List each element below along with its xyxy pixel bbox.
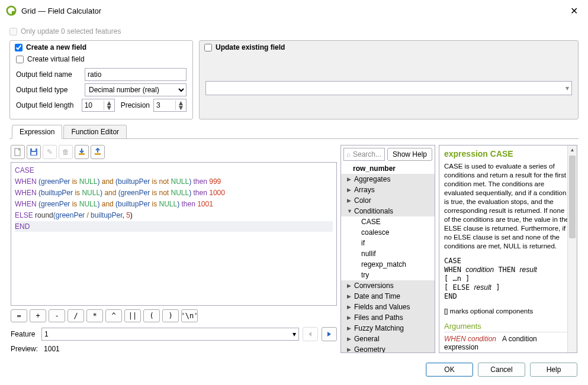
save-icon[interactable] bbox=[27, 145, 41, 159]
scrollbar[interactable]: ▲ bbox=[567, 145, 577, 352]
scroll-up-icon[interactable]: ▲ bbox=[568, 145, 577, 155]
field-type-label: Output field type bbox=[16, 86, 81, 94]
tree-cat-general[interactable]: ▶General bbox=[341, 334, 435, 344]
field-name-label: Output field name bbox=[16, 70, 81, 79]
window-title: Grid — Field Calculator bbox=[21, 7, 565, 15]
search-icon: ⌕ bbox=[346, 150, 351, 158]
preview-label: Preview: bbox=[11, 345, 38, 353]
only-update-label: Only update 0 selected features bbox=[21, 27, 121, 35]
feature-combo[interactable]: 1 ▾ bbox=[41, 328, 299, 341]
import-icon[interactable] bbox=[75, 145, 89, 159]
delete-icon: 🗑 bbox=[59, 145, 73, 159]
titlebar: Grid — Field Calculator ✕ bbox=[0, 0, 588, 21]
tree-cat-date-time[interactable]: ▶Date and Time bbox=[341, 291, 435, 302]
tree-cat-fields-values[interactable]: ▶Fields and Values bbox=[341, 302, 435, 312]
tree-item-coalesce[interactable]: coalesce bbox=[341, 227, 435, 238]
precision-value[interactable] bbox=[154, 101, 175, 109]
export-icon[interactable] bbox=[91, 145, 105, 159]
svg-rect-1 bbox=[12, 11, 15, 14]
help-button[interactable]: Help bbox=[530, 363, 577, 377]
svg-rect-6 bbox=[79, 153, 85, 155]
function-tree-panel: ⌕ Search... Show Help row_number ▶Aggreg… bbox=[340, 145, 435, 353]
only-update-checkbox bbox=[9, 28, 17, 35]
op-newline[interactable]: '\n' bbox=[181, 309, 198, 322]
help-optional-note: [] marks optional components bbox=[444, 307, 572, 316]
tree-cat-files-paths[interactable]: ▶Files and Paths bbox=[341, 312, 435, 323]
edit-icon: ✎ bbox=[43, 145, 57, 159]
tree-cat-geometry[interactable]: ▶Geometry bbox=[341, 344, 435, 352]
create-virtual-label: Create virtual field bbox=[27, 55, 85, 63]
help-panel: expression CASE CASE is used to evaluate… bbox=[439, 145, 577, 353]
tree-cat-aggregates[interactable]: ▶Aggregates bbox=[341, 174, 435, 185]
down-icon[interactable]: ▼ bbox=[176, 105, 186, 110]
svg-rect-5 bbox=[31, 152, 36, 155]
update-field-panel: Update existing field ▾ bbox=[199, 40, 579, 119]
field-length-spinner[interactable]: ▲▼ bbox=[82, 99, 115, 112]
tab-function-editor[interactable]: Function Editor bbox=[63, 125, 127, 139]
tree-row-row-number[interactable]: row_number bbox=[341, 163, 435, 174]
new-file-icon[interactable] bbox=[11, 145, 25, 159]
op-power[interactable]: ^ bbox=[105, 309, 122, 322]
operator-row: = + - / * ^ || ( ) '\n' bbox=[11, 309, 337, 322]
help-syntax: CASE WHEN condition THEN result [ …n ] [… bbox=[444, 257, 572, 301]
expression-toolbar: ✎ 🗑 bbox=[11, 145, 337, 159]
tree-cat-conditionals[interactable]: ▼Conditionals bbox=[341, 206, 435, 216]
tab-expression[interactable]: Expression bbox=[12, 125, 62, 139]
op-divide[interactable]: / bbox=[68, 309, 84, 322]
field-type-select[interactable]: Decimal number (real) bbox=[85, 83, 187, 96]
preview-value: 1001 bbox=[44, 345, 60, 353]
close-button[interactable]: ✕ bbox=[565, 5, 582, 17]
create-virtual-checkbox[interactable] bbox=[16, 56, 24, 63]
tree-item-case[interactable]: CASE bbox=[341, 216, 435, 227]
prev-feature-button bbox=[303, 327, 318, 341]
tree-cat-fuzzy[interactable]: ▶Fuzzy Matching bbox=[341, 323, 435, 334]
qgis-logo-icon bbox=[6, 5, 17, 16]
show-help-button[interactable]: Show Help bbox=[387, 148, 432, 161]
field-length-value[interactable] bbox=[82, 101, 104, 109]
update-field-select[interactable]: ▾ bbox=[205, 81, 572, 95]
preview-row: Preview: 1001 bbox=[11, 345, 337, 353]
chevron-down-icon: ▾ bbox=[293, 330, 296, 338]
field-length-label: Output field length bbox=[16, 101, 78, 109]
chevron-down-icon: ▾ bbox=[565, 84, 569, 92]
tree-item-nullif[interactable]: nullif bbox=[341, 248, 435, 259]
precision-spinner[interactable]: ▲▼ bbox=[153, 99, 187, 112]
help-description: CASE is used to evaluate a series of con… bbox=[444, 162, 572, 251]
feature-value: 1 bbox=[44, 330, 49, 338]
feature-label: Feature bbox=[11, 330, 38, 338]
help-title: expression CASE bbox=[444, 149, 572, 158]
function-tree[interactable]: row_number ▶Aggregates ▶Arrays ▶Color ▼C… bbox=[341, 163, 435, 352]
op-multiply[interactable]: * bbox=[86, 309, 103, 322]
op-plus[interactable]: + bbox=[30, 309, 46, 322]
svg-rect-4 bbox=[32, 148, 36, 151]
svg-rect-7 bbox=[95, 153, 101, 155]
field-name-input[interactable] bbox=[85, 68, 187, 81]
tree-item-regexp-match[interactable]: regexp_match bbox=[341, 259, 435, 270]
tree-cat-arrays[interactable]: ▶Arrays bbox=[341, 185, 435, 195]
help-arguments-header: Arguments bbox=[444, 322, 572, 332]
search-input[interactable]: ⌕ Search... bbox=[343, 148, 385, 161]
op-equals[interactable]: = bbox=[11, 309, 27, 322]
cancel-button[interactable]: Cancel bbox=[478, 363, 525, 377]
next-feature-button[interactable] bbox=[322, 327, 337, 341]
create-new-checkbox[interactable] bbox=[15, 44, 23, 51]
tree-cat-conversions[interactable]: ▶Conversions bbox=[341, 280, 435, 291]
down-icon[interactable]: ▼ bbox=[104, 105, 114, 110]
dialog-buttons: OK Cancel Help bbox=[426, 363, 577, 377]
tree-item-try[interactable]: try bbox=[341, 270, 435, 280]
op-concat[interactable]: || bbox=[124, 309, 141, 322]
tree-item-if[interactable]: if bbox=[341, 238, 435, 248]
precision-label: Precision bbox=[121, 101, 150, 109]
op-lparen[interactable]: ( bbox=[143, 309, 160, 322]
tab-bar: Expression Function Editor bbox=[9, 124, 579, 139]
only-update-row: Only update 0 selected features bbox=[9, 27, 579, 35]
expression-editor[interactable]: CASE WHEN (greenPer is NULL) and (builtu… bbox=[11, 162, 337, 306]
update-existing-checkbox[interactable] bbox=[204, 44, 212, 51]
op-rparen[interactable]: ) bbox=[162, 309, 179, 322]
create-new-label: Create a new field bbox=[26, 43, 86, 51]
update-existing-label: Update existing field bbox=[216, 43, 285, 51]
op-minus[interactable]: - bbox=[49, 309, 65, 322]
ok-button[interactable]: OK bbox=[426, 363, 473, 377]
tree-cat-color[interactable]: ▶Color bbox=[341, 195, 435, 206]
scroll-thumb[interactable] bbox=[569, 156, 576, 238]
